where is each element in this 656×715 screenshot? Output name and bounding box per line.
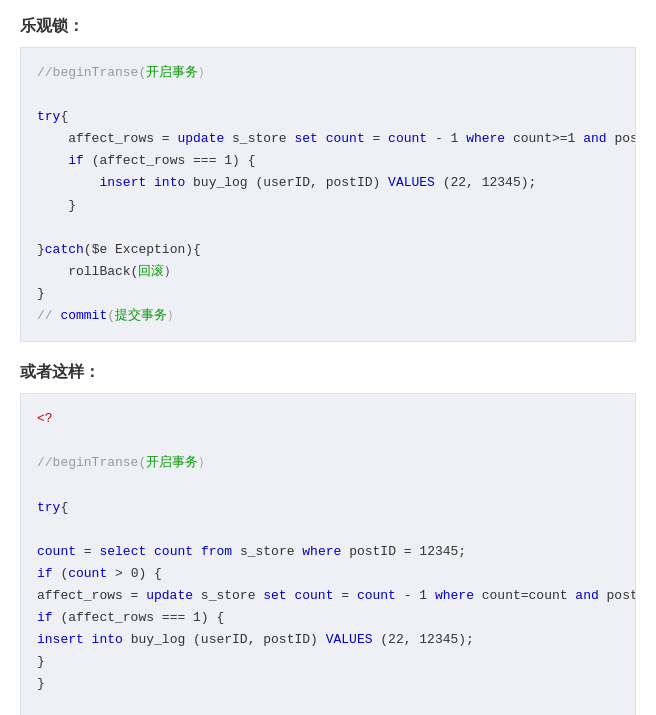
code-line: }: [37, 286, 45, 301]
code-line: if (affect_rows === 1) {: [37, 153, 255, 168]
code-line: insert into buy_log (userID, postID) VAL…: [37, 632, 474, 647]
code-line: count = select count from s_store where …: [37, 544, 466, 559]
code-line: try{: [37, 109, 68, 124]
code-line: if (count > 0) {: [37, 566, 162, 581]
code-line: }: [37, 198, 76, 213]
code-comment: //beginTranse(开启事务）: [37, 455, 211, 470]
code-line: affect_rows = update s_store set count =…: [37, 588, 636, 603]
code-line: if (affect_rows === 1) {: [37, 610, 224, 625]
code-line: }: [37, 676, 45, 691]
code-line: rollBack(回滚）: [37, 264, 177, 279]
code-line: }: [37, 654, 45, 669]
section2-code: <? //beginTranse(开启事务） try{ count = sele…: [20, 393, 636, 715]
section2-title: 或者这样：: [20, 362, 636, 383]
code-line: try{: [37, 500, 68, 515]
section1-title: 乐观锁：: [20, 16, 636, 37]
code-comment: // commit(提交事务）: [37, 308, 180, 323]
section2: 或者这样： <? //beginTranse(开启事务） try{ count …: [20, 362, 636, 715]
code-line: }catch($e Exception){: [37, 242, 201, 257]
code-line: affect_rows = update s_store set count =…: [37, 131, 636, 146]
section1-code: //beginTranse(开启事务） try{ affect_rows = u…: [20, 47, 636, 342]
code-line: insert into buy_log (userID, postID) VAL…: [37, 175, 536, 190]
code-comment: //beginTranse(开启事务）: [37, 65, 211, 80]
code-php: <?: [37, 411, 53, 426]
section1: 乐观锁： //beginTranse(开启事务） try{ affect_row…: [20, 16, 636, 342]
